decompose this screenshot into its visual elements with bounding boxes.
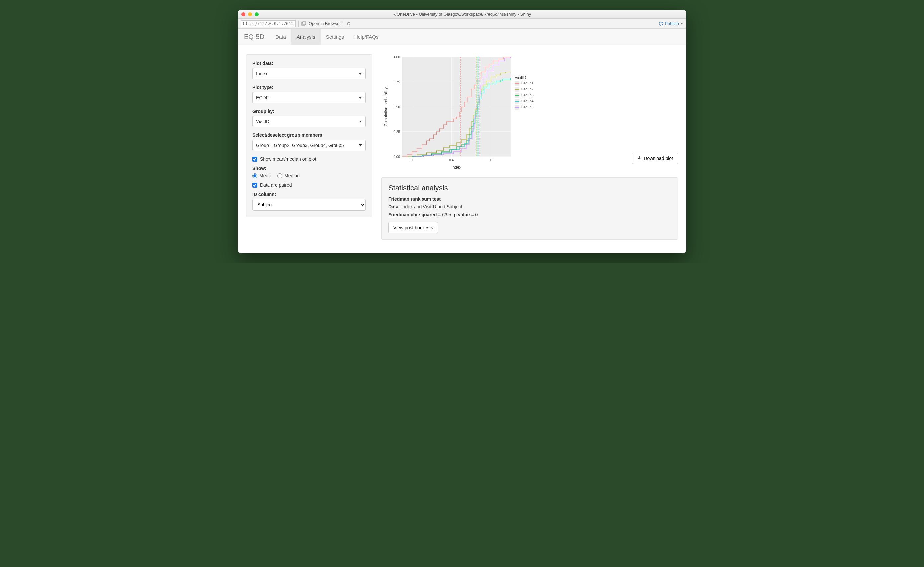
url-field[interactable]: http://127.0.0.1:7641 bbox=[241, 20, 296, 27]
main-column: 0.000.250.500.751.000.00.40.8IndexCumula… bbox=[381, 54, 678, 240]
download-label: Download plot bbox=[644, 156, 673, 161]
p-value: 0 bbox=[475, 212, 478, 218]
svg-text:0.25: 0.25 bbox=[394, 130, 400, 134]
plot-row: 0.000.250.500.751.000.00.40.8IndexCumula… bbox=[381, 54, 678, 171]
stats-panel: Statistical analysis Friedman rank sum t… bbox=[381, 177, 678, 240]
tab-help[interactable]: Help/FAQs bbox=[349, 28, 384, 45]
separator bbox=[298, 21, 299, 27]
p-label: p value = bbox=[454, 212, 474, 218]
chi-label: Friedman chi-squared bbox=[388, 212, 437, 218]
chevron-down-icon bbox=[359, 120, 362, 123]
content: Plot data: Index Plot type: ECDF Group b… bbox=[238, 45, 686, 253]
members-value: Group1, Group2, Group3, Group4, Group5 bbox=[256, 143, 344, 148]
svg-point-2 bbox=[660, 22, 663, 25]
brand: EQ-5D bbox=[244, 28, 270, 45]
svg-text:Group2: Group2 bbox=[521, 87, 534, 91]
open-in-browser-button[interactable]: Open in Browser bbox=[309, 21, 341, 26]
id-column-label: ID column: bbox=[252, 192, 366, 197]
svg-text:1.00: 1.00 bbox=[394, 56, 400, 59]
chevron-down-icon bbox=[359, 73, 362, 75]
titlebar: ~/OneDrive - University of Glasgow/works… bbox=[238, 10, 686, 19]
tab-settings[interactable]: Settings bbox=[321, 28, 349, 45]
plot-data-value: Index bbox=[256, 71, 267, 76]
close-window-icon[interactable] bbox=[241, 12, 245, 16]
posthoc-button[interactable]: View post hoc tests bbox=[388, 222, 438, 233]
download-icon bbox=[637, 156, 642, 160]
id-column-select[interactable]: Subject bbox=[252, 199, 366, 211]
svg-text:Index: Index bbox=[452, 165, 461, 170]
svg-text:Group1: Group1 bbox=[521, 81, 534, 85]
radio-median-label: Median bbox=[284, 173, 300, 178]
svg-text:Group5: Group5 bbox=[521, 105, 534, 109]
traffic-lights bbox=[241, 12, 258, 16]
show-label: Show: bbox=[252, 166, 366, 171]
show-mean-median-label: Show mean/median on plot bbox=[260, 156, 316, 162]
publish-button[interactable]: Publish ▼ bbox=[659, 21, 683, 26]
chevron-down-icon bbox=[359, 97, 362, 99]
paired-label: Data are paired bbox=[260, 182, 292, 188]
svg-text:VisitID: VisitID bbox=[515, 75, 526, 80]
svg-text:Group3: Group3 bbox=[521, 93, 534, 97]
svg-text:0.00: 0.00 bbox=[394, 155, 400, 159]
radio-mean-label: Mean bbox=[259, 173, 271, 178]
viewer-toolbar: http://127.0.0.1:7641 Open in Browser Pu… bbox=[238, 19, 686, 28]
group-by-value: VisitID bbox=[256, 119, 269, 124]
minimize-window-icon[interactable] bbox=[248, 12, 252, 16]
radio-mean[interactable] bbox=[252, 173, 257, 178]
svg-text:0.0: 0.0 bbox=[410, 158, 414, 162]
group-by-label: Group by: bbox=[252, 108, 366, 114]
app-window: ~/OneDrive - University of Glasgow/works… bbox=[238, 10, 686, 253]
download-plot-button[interactable]: Download plot bbox=[632, 153, 678, 164]
svg-rect-1 bbox=[303, 22, 306, 25]
paired-checkbox[interactable] bbox=[252, 183, 257, 188]
navbar: EQ-5D Data Analysis Settings Help/FAQs bbox=[238, 28, 686, 45]
maximize-window-icon[interactable] bbox=[255, 12, 258, 16]
tab-analysis[interactable]: Analysis bbox=[291, 28, 321, 45]
chevron-down-icon bbox=[359, 144, 362, 146]
separator bbox=[344, 21, 344, 27]
radio-mean-wrap[interactable]: Mean bbox=[252, 173, 271, 178]
plot-type-label: Plot type: bbox=[252, 85, 366, 90]
plot-data-label: Plot data: bbox=[252, 61, 366, 66]
svg-text:Group4: Group4 bbox=[521, 99, 534, 103]
publish-label: Publish bbox=[665, 21, 679, 26]
svg-text:0.4: 0.4 bbox=[449, 158, 454, 162]
members-select[interactable]: Group1, Group2, Group3, Group4, Group5 bbox=[252, 140, 366, 151]
svg-text:0.50: 0.50 bbox=[394, 105, 400, 109]
chi-value: 63.5 bbox=[442, 212, 451, 218]
window-title: ~/OneDrive - University of Glasgow/works… bbox=[238, 12, 686, 16]
plot-type-value: ECDF bbox=[256, 95, 268, 100]
stats-heading: Statistical analysis bbox=[388, 184, 671, 192]
tab-data[interactable]: Data bbox=[270, 28, 291, 45]
data-value: Index and VisitID and Subject bbox=[401, 204, 462, 210]
group-by-select[interactable]: VisitID bbox=[252, 116, 366, 127]
svg-text:0.8: 0.8 bbox=[489, 158, 493, 162]
plot-data-select[interactable]: Index bbox=[252, 68, 366, 80]
plot-type-select[interactable]: ECDF bbox=[252, 92, 366, 103]
radio-median-wrap[interactable]: Median bbox=[278, 173, 300, 178]
svg-text:Cumulative probability: Cumulative probability bbox=[384, 87, 388, 126]
ecdf-plot: 0.000.250.500.751.000.00.40.8IndexCumula… bbox=[381, 54, 547, 171]
radio-median[interactable] bbox=[278, 173, 282, 178]
sidebar-panel: Plot data: Index Plot type: ECDF Group b… bbox=[246, 54, 372, 217]
popout-icon[interactable] bbox=[302, 21, 306, 26]
svg-text:0.75: 0.75 bbox=[394, 80, 400, 84]
posthoc-label: View post hoc tests bbox=[393, 225, 433, 230]
members-label: Select/deselect group members bbox=[252, 132, 366, 138]
refresh-icon[interactable] bbox=[346, 21, 351, 26]
data-label: Data: bbox=[388, 204, 400, 210]
test-name: Friedman rank sum test bbox=[388, 196, 441, 201]
show-mean-median-checkbox[interactable] bbox=[252, 157, 257, 162]
